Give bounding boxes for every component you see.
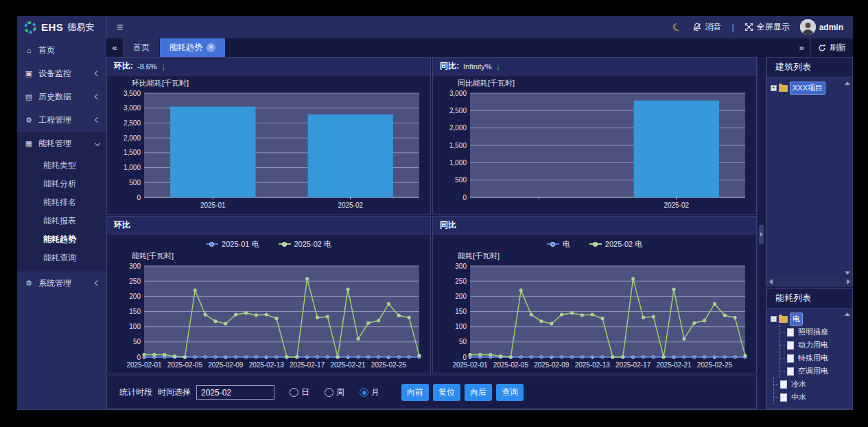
tabs-scroll-right-icon[interactable]: » [793,38,810,57]
sidebar-item-history-data[interactable]: ▤ 历史数据 [17,85,106,108]
sidebar-item-energy-mgmt[interactable]: ▦ 能耗管理 [17,132,106,155]
svg-text:3,000: 3,000 [449,90,467,97]
tabbar-spacer [226,38,793,57]
tree-node-label[interactable]: 电 [790,313,803,326]
tree-node-electricity[interactable]: - 电 [771,313,850,326]
app-window: EHS 德易安 ⌂ 首页 ▣ 设备监控 ▤ 历史数据 ⚙ 工程管理 ▦ 能耗管理 [17,16,853,410]
tree-node-special[interactable]: 特殊用电 [780,352,850,365]
file-icon [787,328,794,337]
tree-node-label[interactable]: XXX项目 [790,82,825,95]
chart-axis-title: 能耗[千瓦时] [458,251,752,262]
energy-list-title: 能耗列表 [767,289,852,308]
line-charts-row: 环比 2025-01 电2025-02 电能耗[千瓦时]050100150200… [106,216,757,374]
sidebar-item-project-mgmt[interactable]: ⚙ 工程管理 [17,108,106,132]
scroll-right-icon[interactable] [847,279,850,284]
yoy-bar-panel: 同比: Infinity% ↓ 同比能耗[千瓦时]05001,0001,5002… [432,57,757,215]
svg-text:100: 100 [129,323,141,330]
sidebar-item-home[interactable]: ⌂ 首页 [17,38,106,62]
tree-node-hvac[interactable]: 空调用电 [780,365,850,378]
svg-text:300: 300 [455,263,467,270]
energy-list-section: 能耗列表 - 电 照明插座 [766,288,853,409]
yoy-line-chart: 电2025-02 电能耗[千瓦时]0501001502002503002025-… [433,234,756,374]
submenu-item-energy-ranking[interactable]: 能耗排名 [17,193,106,212]
refresh-button[interactable]: 刷新 [810,38,853,57]
tree-node-project[interactable]: + XXX项目 [771,82,850,95]
mom-stat-value: -8.6% [137,62,157,71]
mute-button[interactable]: 消音 [692,21,722,33]
submenu-item-energy-query[interactable]: 能耗查询 [17,249,106,267]
legend-item[interactable]: 2025-02 电 [589,239,642,249]
user-menu[interactable]: admin [800,19,843,35]
svg-text:500: 500 [455,176,467,184]
vertical-splitter[interactable] [757,57,766,409]
svg-text:1,500: 1,500 [124,149,141,156]
svg-text:2,500: 2,500 [124,119,141,127]
splitter-handle[interactable] [759,225,764,244]
tree-node-power[interactable]: 动力用电 [780,339,850,352]
expand-icon[interactable]: + [771,85,777,91]
submenu-item-energy-type[interactable]: 能耗类型 [17,156,106,175]
svg-text:2,500: 2,500 [449,107,467,114]
next-button[interactable]: 向后 [465,384,492,401]
horizontal-scrollbar[interactable] [767,278,852,286]
tree-node-reclaimed-water[interactable]: 中水 [774,391,850,404]
svg-text:2025-01: 2025-01 [200,202,226,209]
radio-week[interactable]: 周 [325,387,344,398]
svg-text:2025-02-25: 2025-02-25 [371,361,407,369]
radio-circle-checked [360,388,368,397]
bell-slash-icon [692,23,702,32]
building-tree: + XXX项目 [767,77,852,278]
legend-item[interactable]: 2025-02 电 [279,239,331,249]
sidebar-item-label: 历史数据 [38,91,71,103]
scroll-down-icon[interactable] [845,271,850,275]
close-icon[interactable]: × [207,43,215,52]
scroll-left-icon[interactable] [769,279,773,284]
reset-button[interactable]: 复位 [433,384,460,401]
tab-home[interactable]: 首页 [124,38,160,57]
radio-month[interactable]: 月 [360,387,379,398]
tab-energy-trend[interactable]: 能耗趋势 × [160,38,226,57]
sidebar-item-device-monitor[interactable]: ▣ 设备监控 [17,62,106,85]
submenu-item-energy-analysis[interactable]: 能耗分析 [17,175,106,193]
collapse-icon[interactable]: - [771,316,777,322]
panel-title: 同比 [440,219,456,231]
tree-node-cold-water[interactable]: 冷水 [774,378,850,391]
scroll-up-icon[interactable] [845,82,850,85]
dark-mode-moon-icon[interactable]: ☾ [671,20,683,34]
chart-canvas: 0501001502002503002025-02-012025-02-0520… [111,262,426,371]
radio-day[interactable]: 日 [290,387,309,398]
prev-button[interactable]: 向前 [401,384,429,401]
yoy-stat-header: 同比: Infinity% ↓ [433,58,756,75]
tabs-scroll-left-icon[interactable]: « [106,38,124,57]
open-folder-icon [779,316,788,323]
tree-node-lighting[interactable]: 照明插座 [780,326,850,339]
svg-text:200: 200 [129,293,141,300]
scroll-up-icon[interactable] [845,313,850,316]
mom-line-chart: 2025-01 电2025-02 电能耗[千瓦时]050100150200250… [107,234,430,374]
fullscreen-button[interactable]: 全屏显示 [744,21,790,33]
svg-text:2025-02-01: 2025-02-01 [126,361,162,369]
query-button[interactable]: 查询 [496,384,524,401]
svg-text:0: 0 [137,354,141,361]
controls-row: 统计时段 时间选择 日 周 月 [106,376,757,409]
submenu-item-energy-report[interactable]: 能耗报表 [17,212,106,230]
legend-item[interactable]: 2025-01 电 [206,239,259,249]
yoy-stat-label: 同比: [440,60,459,72]
submenu-item-energy-trend[interactable]: 能耗趋势 [17,230,106,249]
fullscreen-icon [744,23,753,32]
energy-mgmt-icon: ▦ [24,139,34,148]
sidebar-item-system-mgmt[interactable]: ⚙ 系统管理 [17,271,106,295]
svg-text:2025-02: 2025-02 [338,202,363,209]
radio-label: 月 [371,387,379,398]
time-select-label: 时间选择 [158,387,191,398]
file-icon [787,354,794,363]
file-icon [787,341,794,350]
content-area: 环比: -8.6% ↓ 环比能耗[千瓦时]05001,0001,5002,000… [106,57,853,409]
hamburger-menu-icon[interactable]: ≡ [117,21,123,34]
legend-item[interactable]: 电 [547,239,570,249]
time-input[interactable] [196,385,274,400]
app-logo: EHS 德易安 [17,16,106,38]
mom-stat-label: 环比: [114,60,133,72]
top-navbar: ≡ ☾ 消音 | [106,16,853,38]
home-icon: ⌂ [24,46,34,54]
